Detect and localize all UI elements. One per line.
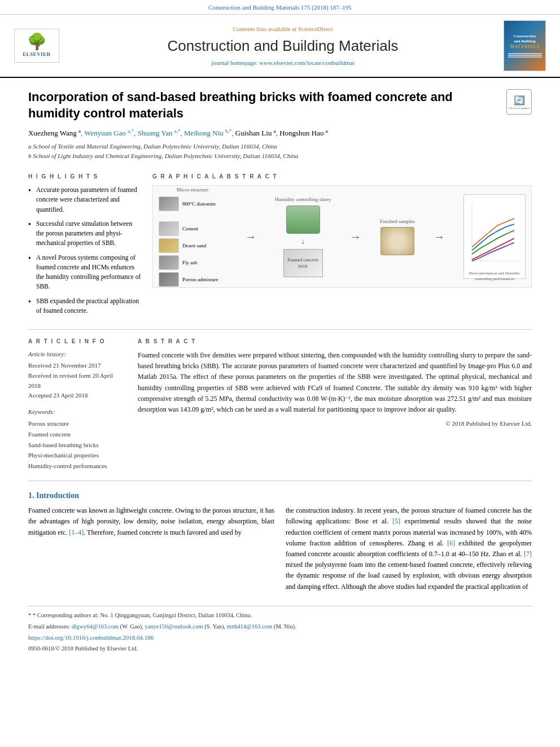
ga-porous-item: Porous admixture xyxy=(159,272,226,287)
highlights-graphical-row: H I G H L I G H T S Accurate porous para… xyxy=(28,173,532,320)
email-3-name: (M. Niu). xyxy=(274,623,296,630)
author-3: Shuang Yan a,* xyxy=(137,129,180,137)
abstract-paragraph: Foamed concrete with five densities were… xyxy=(138,350,532,415)
doi-line: https://doi.org/10.1016/j.conbuildmat.20… xyxy=(28,633,532,643)
top-citation-bar: Construction and Building Materials 175 … xyxy=(0,0,560,15)
elsevier-label: ELSEVIER xyxy=(23,51,51,58)
keyword-4: Physi-mechanical properties xyxy=(28,450,124,461)
journal-cover: Construction and Building MATERIALS xyxy=(504,20,549,71)
email-1-name: (W. Gao), xyxy=(120,623,143,630)
journal-title: Construction and Building Materials xyxy=(73,36,492,56)
ga-desert-label: Desert sand xyxy=(182,242,206,250)
ga-flyash-swatch xyxy=(159,255,179,270)
highlight-item-4: SBB expanded the practical application o… xyxy=(28,296,141,316)
ga-micro-item: 800°C diatomite xyxy=(159,196,226,211)
revised-date: Received in revised form 20 April 2018 xyxy=(28,371,124,391)
elsevier-logo-box: 🌳 ELSEVIER xyxy=(14,29,59,63)
ga-desert-swatch xyxy=(159,238,179,253)
sciencedirect-link-text[interactable]: ScienceDirect xyxy=(298,25,333,32)
ga-porous-swatch xyxy=(159,272,179,287)
issn-line: 0950-0618/© 2018 Published by Elsevier L… xyxy=(28,645,532,653)
ga-diatomite-label: 800°C diatomite xyxy=(182,200,216,208)
author-1: Xuezheng Wang a xyxy=(28,129,81,137)
check-updates-icon: 🔄 xyxy=(514,94,525,107)
ga-porous-label: Porous admixture xyxy=(182,276,218,283)
article-title-text: Incorporation of sand-based breathing br… xyxy=(28,89,498,167)
ga-slurry-label: Humidity controlling slurry xyxy=(275,196,331,203)
highlight-item-1: Accurate porous parameters of foamed con… xyxy=(28,185,141,215)
ga-finished-visual xyxy=(380,227,414,255)
elsevier-tree-icon: 🌳 xyxy=(27,34,47,50)
ga-finished-label: Finished samples xyxy=(380,218,415,225)
cover-title: Construction and Building MATERIALS xyxy=(510,34,539,50)
ga-arrow-down: ↓ xyxy=(301,236,305,247)
ga-inner: Micro-structure 800°C diatomite Cement xyxy=(153,186,531,287)
graphical-abstract-col: G R A P H I C A L A B S T R A C T Micro-… xyxy=(152,173,532,320)
check-updates-badge: 🔄 Check for updates xyxy=(506,89,532,115)
highlight-item-2: Successful curve simulation between the … xyxy=(28,219,141,248)
ga-ingredients: Micro-structure 800°C diatomite Cement xyxy=(159,186,226,287)
keywords-section: Keywords: Porous structure Foamed concre… xyxy=(28,408,124,471)
divider-1 xyxy=(28,329,532,330)
abstract-text: Foamed concrete with five densities were… xyxy=(138,350,532,415)
sciencedirect-line: Contents lists available at ScienceDirec… xyxy=(73,25,492,33)
ga-brick-section: Humidity controlling slurry ↓ Foamed con… xyxy=(275,196,331,277)
ga-perf-label: Physi-mechanical and Humidity controllin… xyxy=(466,271,523,282)
article-title-section: Incorporation of sand-based breathing br… xyxy=(28,89,532,167)
ga-chart-area: Physi-mechanical and Humidity controllin… xyxy=(464,195,525,278)
corresponding-text: * Corresponding authors at: No. 1 Qingga… xyxy=(33,612,252,618)
ga-performance-chart: Physi-mechanical and Humidity controllin… xyxy=(463,194,526,279)
email-line: E-mail addresses: dlgwy64@163.com (W. Ga… xyxy=(28,622,532,631)
intro-ref-6[interactable]: [6] xyxy=(447,539,455,547)
intro-left-text: Foamed concrete was known as lightweight… xyxy=(28,505,274,538)
accepted-date: Accepted 23 April 2018 xyxy=(28,391,124,401)
footer-area: * * Corresponding authors at: No. 1 Qing… xyxy=(28,606,532,653)
author-6: Hongshun Hao a xyxy=(279,129,328,137)
graphical-abstract-label: G R A P H I C A L A B S T R A C T xyxy=(152,173,532,181)
cover-box: Construction and Building MATERIALS xyxy=(504,20,546,71)
ga-arrow-2: → xyxy=(350,229,361,244)
intro-two-col: Foamed concrete was known as lightweight… xyxy=(28,505,532,597)
divider-2 xyxy=(28,480,532,481)
check-updates-text: Check for updates xyxy=(509,107,529,110)
page: Construction and Building Materials 175 … xyxy=(0,0,560,665)
cover-decoration xyxy=(508,53,542,58)
received-date: Received 21 November 2017 xyxy=(28,361,124,371)
email-2-name: (S. Yan), xyxy=(204,623,225,630)
abstract-section: A B S T R A C T Foamed concrete with fiv… xyxy=(138,338,532,471)
ga-flyash-item: Fly ash xyxy=(159,255,226,270)
journal-homepage: journal homepage: www.elsevier.com/locat… xyxy=(73,59,492,67)
ga-brick-visual: Foamed concrete brick xyxy=(283,249,323,277)
author-5: Guishan Liu a xyxy=(235,129,276,137)
email-2[interactable]: yanye150@outlook.com xyxy=(145,623,203,630)
intro-ref-5[interactable]: [5] xyxy=(392,517,400,525)
email-1[interactable]: dlgwy64@163.com xyxy=(72,623,119,630)
intro-ref-7[interactable]: [7] xyxy=(524,550,532,558)
ga-micro-label: Micro-structure xyxy=(159,186,226,194)
ga-flyash-label: Fly ash xyxy=(182,259,197,267)
article-history-label: Article history: xyxy=(28,350,124,359)
main-content: Incorporation of sand-based breathing br… xyxy=(0,78,560,664)
highlights-list: Accurate porous parameters of foamed con… xyxy=(28,185,141,316)
doi-link[interactable]: https://doi.org/10.1016/j.conbuildmat.20… xyxy=(28,634,154,641)
intro-ref-1-4[interactable]: [1–4] xyxy=(69,528,84,536)
intro-left-col: Foamed concrete was known as lightweight… xyxy=(28,505,274,597)
ga-arrow-1: → xyxy=(245,229,256,244)
email-3[interactable]: mnh414@163.com xyxy=(227,623,273,630)
copyright-line: © 2018 Published by Elsevier Ltd. xyxy=(138,420,532,428)
keyword-2: Foamed concrete xyxy=(28,429,124,440)
ga-cement-item: Cement xyxy=(159,221,226,236)
abstract-label: A B S T R A C T xyxy=(138,338,532,346)
citation-text: Construction and Building Materials 175 … xyxy=(208,4,352,11)
elsevier-logo: 🌳 ELSEVIER xyxy=(11,29,62,63)
keyword-3: Sand-based breathing bricks xyxy=(28,440,124,451)
ga-desert-item: Desert sand xyxy=(159,238,226,253)
email-label: E-mail addresses: xyxy=(28,623,70,630)
introduction-heading: 1. Introduction xyxy=(28,490,532,501)
ga-slurry-visual xyxy=(286,206,320,234)
journal-center: Contents lists available at ScienceDirec… xyxy=(62,25,504,67)
ga-micro-swatch xyxy=(159,196,179,211)
ga-cement-label: Cement xyxy=(182,225,198,233)
corresponding-note: * * Corresponding authors at: No. 1 Qing… xyxy=(28,611,532,620)
article-title: Incorporation of sand-based breathing br… xyxy=(28,89,498,121)
